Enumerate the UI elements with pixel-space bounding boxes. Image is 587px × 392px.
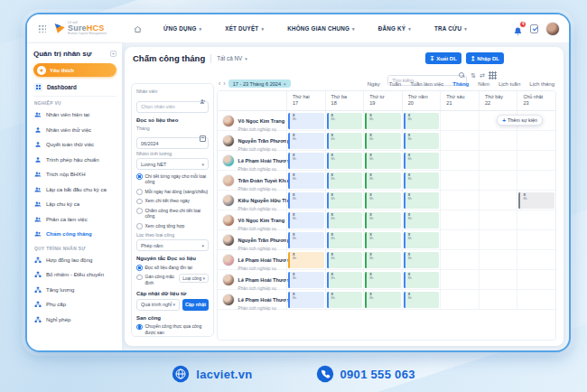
view-tab[interactable]: Lịch tuần (498, 81, 520, 87)
shift-block[interactable]: X 8h (288, 212, 324, 229)
timesheet-cell[interactable]: X 8h (325, 230, 364, 249)
shift-block[interactable]: X 8h (327, 252, 363, 268)
shift-block[interactable]: X 8h (365, 212, 401, 229)
timesheet-cell[interactable]: X 8h (402, 151, 441, 170)
sidebar-item[interactable]: Trình phép hậu chuẩn (33, 153, 116, 168)
employee-cell[interactable]: Lê Phạm Hoài Thương Phân tích nghiệp vụ (218, 151, 286, 170)
sidebar-item[interactable]: Lập ca bắt đầu chu kỳ ca (33, 182, 116, 198)
update-button[interactable]: Cập nhật (182, 299, 209, 311)
view-tab[interactable]: Tuần làm việc (410, 81, 443, 87)
shift-block[interactable]: X 8h (518, 192, 554, 209)
shift-block[interactable]: X 8h (365, 133, 401, 149)
sidebar-expand-icon[interactable]: + (110, 51, 116, 57)
timesheet-cell[interactable]: X 8h (286, 171, 325, 190)
nav-menu-1[interactable]: XÉT DUYỆT▾ (225, 25, 264, 32)
timesheet-cell[interactable] (479, 210, 517, 229)
sidebar-item-dashboard[interactable]: Dashboard (34, 83, 116, 91)
employee-cell[interactable]: Lê Phạm Hoài Thương Phân tích nghiệp vụ (218, 270, 286, 289)
timesheet-cell[interactable]: X 8h (363, 111, 402, 130)
radio-option[interactable]: Xem chi tiết theo ngày (136, 198, 209, 204)
sidebar-item[interactable]: Phụ cấp (33, 297, 116, 313)
timesheet-cell[interactable] (479, 131, 517, 150)
shift-block[interactable]: X 8h (327, 292, 363, 308)
shift-block[interactable]: X 8h (327, 133, 363, 149)
shift-block[interactable]: X 8h (288, 133, 324, 149)
tasks-icon[interactable] (530, 24, 538, 33)
timesheet-cell[interactable] (479, 270, 517, 289)
timesheet-cell[interactable] (440, 171, 479, 190)
employee-cell[interactable]: Võ Ngọc Kim Trang Phân tích nghiệp vụ (218, 111, 286, 130)
timesheet-cell[interactable]: X 8h (402, 230, 441, 249)
timesheet-cell[interactable]: X 8h (325, 151, 364, 170)
shift-block[interactable]: X 8h (327, 232, 363, 248)
shift-block[interactable]: X 8h (365, 173, 401, 189)
shift-block[interactable]: X 8h (365, 153, 401, 169)
shift-block[interactable]: X 8h (365, 192, 401, 209)
shift-block[interactable]: X 8h (404, 292, 440, 308)
next-week-icon[interactable]: › (223, 80, 225, 87)
sidebar-item[interactable]: Phân ca làm việc (33, 212, 116, 228)
employee-cell[interactable]: Nguyễn Trần Phương Thảo Phân tích nghiệp… (218, 131, 286, 150)
sidebar-item[interactable]: Chấm công tháng (33, 227, 116, 242)
timesheet-cell[interactable] (517, 230, 555, 249)
timesheet-cell[interactable]: X 8h (363, 270, 402, 289)
shift-block[interactable]: X 8h (288, 292, 324, 308)
timesheet-cell[interactable] (440, 191, 479, 210)
timesheet-cell[interactable]: X 8h (402, 191, 441, 210)
timesheet-cell[interactable]: X 8h (286, 151, 325, 170)
timesheet-cell[interactable] (440, 230, 479, 249)
timesheet-cell[interactable]: X 8h (402, 210, 441, 229)
timesheet-cell[interactable]: X 8h (325, 131, 364, 150)
shift-block[interactable]: X 8h (327, 212, 363, 229)
timesheet-cell[interactable] (517, 131, 555, 150)
timesheet-cell[interactable] (440, 290, 479, 309)
timesheet-cell[interactable] (479, 151, 517, 170)
timesheet-cell[interactable]: X 8h (325, 290, 364, 309)
view-tab[interactable]: Lịch tháng (529, 81, 554, 87)
shift-block[interactable]: X 8h (327, 113, 363, 129)
shift-block[interactable]: X 8h (327, 173, 363, 189)
timesheet-cell[interactable]: X 8h (402, 290, 441, 309)
timesheet-cell[interactable]: X 8h (325, 250, 364, 269)
shift-block[interactable]: X 8h (404, 252, 440, 268)
timesheet-cell[interactable]: X 8h (286, 290, 325, 309)
timesheet-cell[interactable]: X 8h (325, 191, 364, 210)
timesheet-cell[interactable]: X 8h (517, 191, 555, 210)
timesheet-cell[interactable] (517, 290, 555, 309)
filter-type-select[interactable]: Phép năm▾ (136, 239, 209, 251)
timesheet-cell[interactable]: X 8h (286, 131, 325, 150)
employee-cell[interactable]: Kiều Nguyễn Hữu Thịnh Phân tích nghiệp v… (218, 191, 286, 210)
sidebar-item[interactable]: Trích nộp BHXH (33, 167, 116, 182)
shift-block[interactable]: X 8h (365, 113, 401, 129)
shift-block[interactable]: X 8h (365, 232, 401, 248)
timesheet-cell[interactable] (440, 131, 479, 150)
timesheet-cell[interactable]: X 8h (363, 151, 402, 170)
update-source-select[interactable]: Quá trình nghỉ▾ (136, 299, 180, 311)
timesheet-cell[interactable]: X 8h (286, 270, 325, 289)
shift-block[interactable]: X 8h (365, 292, 401, 308)
employee-cell[interactable]: Lê Phạm Hoài Thương Phân tích nghiệp vụ (218, 290, 286, 309)
radio-option[interactable]: Xem công tổng hợp (136, 223, 209, 229)
employee-cell[interactable]: Võ Ngọc Kim Trang Phân tích nghiệp vụ (218, 210, 286, 229)
radio-option[interactable]: Mỗi ngày hai dòng (sáng/chiều) (136, 189, 209, 195)
radio-option[interactable]: Chấm công theo chi tiết loại công (136, 208, 209, 220)
sidebar-item[interactable]: Tăng lương (33, 283, 116, 298)
shift-block[interactable]: X 8h (288, 153, 324, 169)
radio-option[interactable]: Đọc số liệu đang tồn tại (136, 265, 209, 271)
shift-block[interactable]: X 8h (365, 272, 401, 288)
salary-group-select[interactable]: Lương NET▾ (136, 158, 209, 170)
timesheet-cell[interactable] (517, 171, 555, 190)
timesheet-cell[interactable]: X 8h (363, 171, 402, 190)
timesheet-cell[interactable]: X 8h (363, 250, 402, 269)
view-tab[interactable]: Tháng (452, 81, 469, 87)
month-input[interactable] (136, 137, 209, 149)
radio-option[interactable]: Chuyển công thực qua công được san (136, 323, 209, 336)
timesheet-cell[interactable]: X 8h (325, 111, 364, 130)
shift-block[interactable]: X 8h (288, 113, 324, 129)
nav-menu-0[interactable]: ỨNG DỤNG▾ (163, 25, 201, 32)
timesheet-cell[interactable] (479, 250, 517, 269)
timesheet-cell[interactable]: X 8h (363, 210, 402, 229)
app-launcher-icon[interactable] (38, 24, 46, 33)
timesheet-cell[interactable]: X 8h (325, 270, 364, 289)
timesheet-cell[interactable] (517, 210, 555, 229)
